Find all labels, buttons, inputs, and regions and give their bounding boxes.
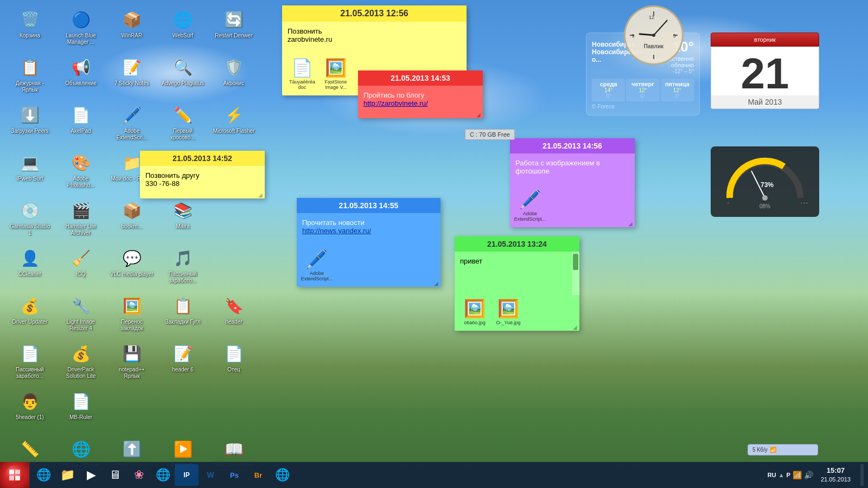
desktop-icon-recycle[interactable]: 🗑️ Корзина bbox=[4, 4, 55, 52]
b2-taskbar-btn[interactable]: 🌐 bbox=[270, 464, 294, 486]
note6-scroll-thumb[interactable] bbox=[573, 254, 578, 270]
desktop-icon-launch-blue[interactable]: 🔵 Launch Blue Manager ... bbox=[55, 4, 106, 52]
desktop-icon-icq[interactable]: 💬 VLC media player bbox=[106, 243, 157, 291]
start-orb bbox=[5, 465, 24, 485]
show-desktop-btn[interactable] bbox=[860, 464, 864, 486]
desktop-icon-bookm[interactable]: 📚 Maira bbox=[157, 195, 208, 243]
ie-taskbar-btn[interactable]: 🌐 bbox=[31, 464, 55, 486]
note2-line1: Пройтись по блогу bbox=[363, 91, 477, 99]
mb-ruler-icon: 📏 bbox=[19, 438, 41, 460]
note3-resize-handle[interactable]: ◢ bbox=[258, 192, 264, 197]
desktop-icon-passivny[interactable]: 💰 Driver Updater bbox=[4, 291, 55, 338]
ip-taskbar-btn[interactable]: IP bbox=[175, 464, 199, 486]
sticky-note-5[interactable]: 21.05.2013 14:56 Работа с изображением в… bbox=[510, 138, 635, 227]
desktop-icon-ms-flash[interactable]: ⚡ Microsoft Flasher bbox=[208, 100, 259, 147]
note2-header: 21.05.2013 14:53 bbox=[358, 70, 483, 86]
desktop-icon-ccleaner[interactable]: 🧹 ICQ bbox=[55, 243, 106, 291]
desktop-icon-adobe-ext[interactable]: 🖊️ Adobe ExtendScri... bbox=[106, 100, 157, 147]
svg-text:73%: 73% bbox=[761, 181, 774, 189]
sticky-note-3[interactable]: 21.05.2013 14:52 Позвонить другу 330 -76… bbox=[140, 151, 265, 198]
desktop-icon-websurf[interactable]: 🌐 WebSurf bbox=[157, 4, 208, 52]
media-taskbar-btn[interactable]: ▶ bbox=[79, 464, 103, 486]
note6-icon-img2[interactable]: 🖼️ O-_Yue.jpg bbox=[494, 298, 523, 325]
desktop-icon-passivny2[interactable]: 💰 DriverPack Solution Lite bbox=[55, 338, 106, 386]
forecast-thu-low: 6° bbox=[627, 93, 658, 99]
note3-body: Позвонить другу 330 -76-88 bbox=[140, 166, 265, 198]
icon-label-ipweb: IPweb Surf bbox=[17, 176, 43, 182]
network-widget: 5 Кб/у 📶 bbox=[748, 444, 818, 455]
desktop-icon-photoshop[interactable]: 🎨 Adobe Photosho... bbox=[55, 147, 106, 195]
start-button[interactable] bbox=[0, 462, 29, 488]
obyavlenie-icon: 📢 bbox=[70, 56, 92, 78]
lightimage-icon: 🖼️ bbox=[121, 295, 143, 317]
note4-icon-adobe[interactable]: 🖊️ Adobe ExtendScript... bbox=[302, 249, 331, 281]
desktop-icon-sticky7[interactable]: 📝 7 Sticky Notes bbox=[106, 52, 157, 100]
desktop-icon-zagruzki[interactable]: ⬇️ Загрузки Peers bbox=[4, 100, 55, 147]
note4-header: 21.05.2013 14:55 bbox=[297, 198, 441, 213]
note5-icon-adobe[interactable]: 🖊️ Adobe ExtendScript... bbox=[515, 189, 545, 222]
desktop-icon-maira[interactable]: 👤 CCleaner bbox=[4, 243, 55, 291]
chrome-taskbar-btn[interactable]: 🌐 bbox=[151, 464, 175, 486]
svg-text:0: 0 bbox=[727, 202, 730, 203]
note2-link[interactable]: http://zarobvinete.ru/ bbox=[363, 99, 428, 107]
passivny-icon: 💰 bbox=[19, 295, 41, 317]
windows-logo-icon bbox=[9, 469, 21, 481]
desktop-icon-winrar[interactable]: 📦 WinRAR bbox=[106, 4, 157, 52]
desktop-icon-driverpack[interactable]: 💾 notepad++ Ярлык bbox=[106, 338, 157, 386]
desktop-icon-zakl-gugll[interactable]: 🔖 header bbox=[208, 291, 259, 338]
weather-forecast: среда 14° 8° четверг 12° 6° пятница 12° … bbox=[592, 79, 694, 101]
forecast-wed: среда 14° 8° bbox=[592, 79, 625, 101]
desktop-icon-akelpad[interactable]: 📄 AkelPad bbox=[55, 100, 106, 147]
note6-scrollbar[interactable] bbox=[572, 252, 579, 295]
note3-line1: Позвонить другу bbox=[145, 171, 259, 179]
svg-rect-13 bbox=[15, 470, 20, 474]
sticky-note-2[interactable]: 21.05.2013 14:53 Пройтись по блогу http:… bbox=[358, 70, 483, 118]
header-icon: 📄 bbox=[19, 343, 41, 364]
icon-label-zakl: header bbox=[225, 319, 242, 325]
taskbar-clock[interactable]: 15:07 21.05.2013 bbox=[816, 466, 855, 484]
word-taskbar-btn[interactable]: W bbox=[199, 464, 222, 486]
desktop-icon-otec[interactable]: 👨 5header (1) bbox=[4, 386, 55, 434]
desktop-icon-vlc[interactable]: 🎵 Пассивный заработо... bbox=[157, 243, 208, 291]
flower-taskbar-btn[interactable]: ❀ bbox=[127, 464, 151, 486]
explorer-taskbar-btn[interactable]: 📁 bbox=[55, 464, 79, 486]
desktop-icon-hamster[interactable]: 📦 bookm... bbox=[106, 195, 157, 243]
svg-text:9: 9 bbox=[631, 33, 634, 38]
desktop-icon-notepad[interactable]: 📝 header 6 bbox=[157, 338, 208, 386]
note4-link[interactable]: http://news.yandex.ru/ bbox=[302, 227, 371, 235]
deepburner-icon: 💿 bbox=[19, 200, 41, 221]
sticky-note-6[interactable]: 21.05.2013 13:24 привет 🖼️ o6a6o.jpg 🖼️ … bbox=[455, 236, 579, 331]
desktop-icon-obyavlenie[interactable]: 📢 Объявление bbox=[55, 52, 106, 100]
br-taskbar-btn[interactable]: Br bbox=[246, 464, 270, 486]
desktop-icon-ipweb[interactable]: 💻 IPweb Surf bbox=[4, 147, 55, 195]
cmd-taskbar-btn[interactable]: 🖥 bbox=[103, 464, 127, 486]
note4-resize-handle[interactable]: ◢ bbox=[434, 280, 439, 286]
desktop-icon-driver-upd[interactable]: 🔧 Light Image Resizer 4 bbox=[55, 291, 106, 338]
desktop-icon-acronis[interactable]: 🛡️ Акронис bbox=[208, 52, 259, 100]
icon-label-otec: 5header (1) bbox=[16, 414, 44, 421]
desktop-icon-lightimage[interactable]: 🖼️ Перенос закладок bbox=[106, 291, 157, 338]
icon-label-recycle: Корзина bbox=[20, 33, 40, 39]
desktop-icon-dejurnaya[interactable]: 📋 Дежурная - Ярлык bbox=[4, 52, 55, 100]
desktop-icon-deepburner[interactable]: 💿 Gamtasia Studio 1 bbox=[4, 195, 55, 243]
svg-point-8 bbox=[762, 195, 768, 201]
desktop-icon-perviy[interactable]: ✏️ Первый кросово... bbox=[157, 100, 208, 147]
note6-icon-img1[interactable]: 🖼️ o6a6o.jpg bbox=[460, 298, 489, 325]
note2-resize-handle[interactable]: ◢ bbox=[476, 112, 482, 117]
note6-resize-handle[interactable]: ◢ bbox=[573, 324, 578, 330]
ps-taskbar-btn[interactable]: Ps bbox=[222, 464, 246, 486]
desktop-icon-sheader[interactable]: 📄 MB-Ruler bbox=[55, 386, 106, 434]
note5-resize-handle[interactable]: ◢ bbox=[628, 221, 634, 226]
desktop-icon-header6[interactable]: 📄 Отец bbox=[208, 338, 259, 386]
desktop-icon-camtasia[interactable]: 🎬 Hamster Lite Archiver bbox=[55, 195, 106, 243]
sticky-note-4[interactable]: 21.05.2013 14:55 Прочитать новости http:… bbox=[297, 198, 441, 287]
note1-icon-doc[interactable]: 📄 Táuyaéèréa doc bbox=[288, 57, 317, 90]
desktop-icon-restart[interactable]: 🔄 Restart Denwer bbox=[208, 4, 259, 52]
desktop-icon-advego[interactable]: 🔍 Advego Plagiatus bbox=[157, 52, 208, 100]
network-row: 5 Кб/у 📶 bbox=[752, 447, 813, 453]
desktop-icon-perenos[interactable]: 📋 Закладки Гугл bbox=[157, 291, 208, 338]
forecast-thu-high: 12° bbox=[627, 87, 658, 93]
icon-label-sheader: MB-Ruler bbox=[69, 414, 92, 421]
desktop-icon-header[interactable]: 📄 Пассивный заработо... bbox=[4, 338, 55, 386]
note1-icon-faststone[interactable]: 🖼️ FastStone Image V... bbox=[321, 57, 350, 90]
